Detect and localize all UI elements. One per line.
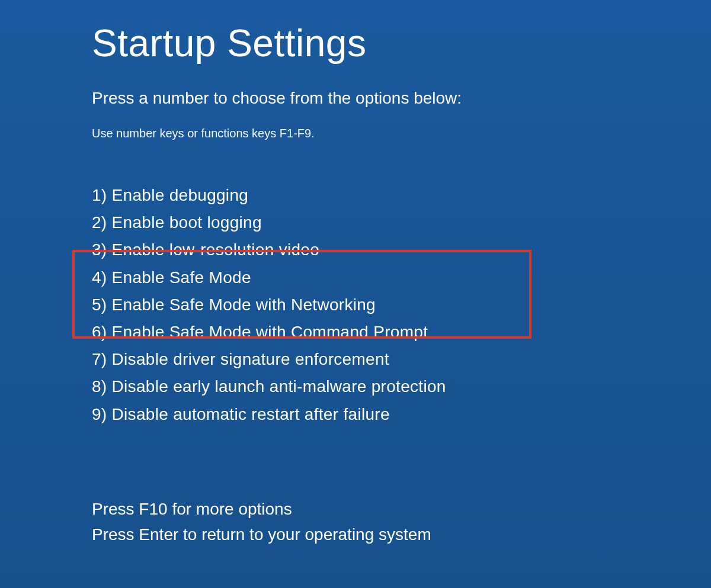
subtitle-text: Press a number to choose from the option… bbox=[92, 89, 711, 108]
option-enable-low-resolution-video[interactable]: 3) Enable low-resolution video bbox=[92, 236, 711, 264]
page-title: Startup Settings bbox=[92, 21, 711, 65]
option-enable-boot-logging[interactable]: 2) Enable boot logging bbox=[92, 209, 711, 236]
option-enable-safe-mode[interactable]: 4) Enable Safe Mode bbox=[92, 264, 711, 291]
option-enable-safe-mode-command-prompt[interactable]: 6) Enable Safe Mode with Command Prompt bbox=[92, 319, 711, 346]
return-text: Press Enter to return to your operating … bbox=[92, 522, 711, 547]
instruction-text: Use number keys or functions keys F1-F9. bbox=[92, 127, 711, 140]
startup-settings-screen: Startup Settings Press a number to choos… bbox=[0, 0, 711, 547]
option-enable-debugging[interactable]: 1) Enable debugging bbox=[92, 182, 711, 209]
option-disable-automatic-restart[interactable]: 9) Disable automatic restart after failu… bbox=[92, 401, 711, 428]
option-disable-driver-signature[interactable]: 7) Disable driver signature enforcement bbox=[92, 346, 711, 373]
more-options-text: Press F10 for more options bbox=[92, 496, 711, 522]
option-disable-anti-malware[interactable]: 8) Disable early launch anti-malware pro… bbox=[92, 373, 711, 400]
option-enable-safe-mode-networking[interactable]: 5) Enable Safe Mode with Networking bbox=[92, 291, 711, 319]
startup-options-list: 1) Enable debugging 2) Enable boot loggi… bbox=[92, 182, 711, 428]
